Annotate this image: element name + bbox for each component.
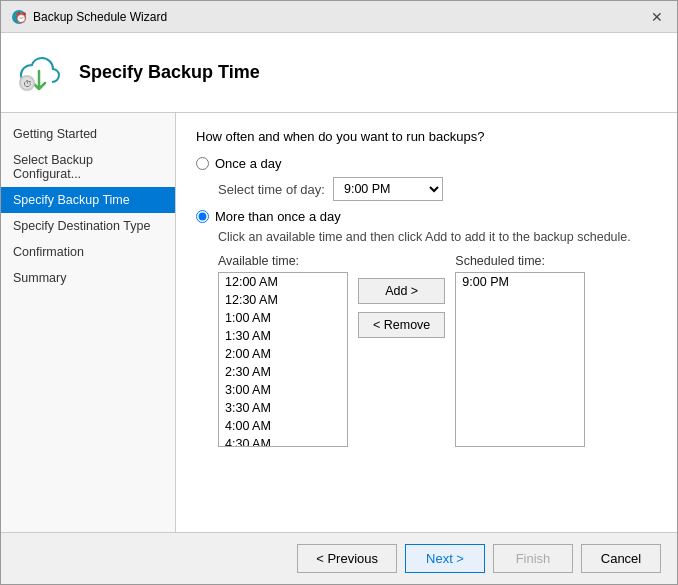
header-title: Specify Backup Time bbox=[79, 62, 260, 83]
sidebar-item[interactable]: Select Backup Configurat... bbox=[1, 147, 175, 187]
content-area: Getting StartedSelect Backup Configurat.… bbox=[1, 113, 677, 532]
once-radio[interactable] bbox=[196, 157, 209, 170]
sidebar-item[interactable]: Getting Started bbox=[1, 121, 175, 147]
finish-button[interactable]: Finish bbox=[493, 544, 573, 573]
title-bar: ⏰ Backup Schedule Wizard ✕ bbox=[1, 1, 677, 33]
previous-button[interactable]: < Previous bbox=[297, 544, 397, 573]
window-title: Backup Schedule Wizard bbox=[33, 10, 167, 24]
select-time-label: Select time of day: bbox=[218, 182, 325, 197]
once-label[interactable]: Once a day bbox=[215, 156, 282, 171]
question-text: How often and when do you want to run ba… bbox=[196, 129, 657, 144]
svg-text:⏰: ⏰ bbox=[15, 11, 27, 24]
scheduled-list[interactable]: 9:00 PM bbox=[455, 272, 585, 447]
transfer-buttons: Add > < Remove bbox=[358, 278, 445, 338]
time-select[interactable]: 9:00 PM bbox=[333, 177, 443, 201]
remove-button[interactable]: < Remove bbox=[358, 312, 445, 338]
sidebar-item[interactable]: Specify Backup Time bbox=[1, 187, 175, 213]
wizard-window: ⏰ Backup Schedule Wizard ✕ ⏱ Specify Bac… bbox=[0, 0, 678, 585]
add-button[interactable]: Add > bbox=[358, 278, 445, 304]
lists-area: Available time: 12:00 AM12:30 AM1:00 AM1… bbox=[218, 254, 657, 447]
cancel-button[interactable]: Cancel bbox=[581, 544, 661, 573]
list-item[interactable]: 2:00 AM bbox=[219, 345, 347, 363]
more-than-row: More than once a day bbox=[196, 209, 657, 224]
once-a-day-row: Once a day bbox=[196, 156, 657, 171]
sidebar-item[interactable]: Specify Destination Type bbox=[1, 213, 175, 239]
window-icon: ⏰ bbox=[11, 9, 27, 25]
available-label: Available time: bbox=[218, 254, 348, 268]
list-item[interactable]: 4:00 AM bbox=[219, 417, 347, 435]
header-area: ⏱ Specify Backup Time bbox=[1, 33, 677, 113]
list-item[interactable]: 4:30 AM bbox=[219, 435, 347, 447]
sidebar-item[interactable]: Confirmation bbox=[1, 239, 175, 265]
title-bar-left: ⏰ Backup Schedule Wizard bbox=[11, 9, 167, 25]
list-item[interactable]: 3:00 AM bbox=[219, 381, 347, 399]
footer: < Previous Next > Finish Cancel bbox=[1, 532, 677, 584]
list-item[interactable]: 9:00 PM bbox=[456, 273, 584, 291]
sidebar-item[interactable]: Summary bbox=[1, 265, 175, 291]
header-icon: ⏱ bbox=[17, 49, 65, 97]
scheduled-label: Scheduled time: bbox=[455, 254, 585, 268]
available-list[interactable]: 12:00 AM12:30 AM1:00 AM1:30 AM2:00 AM2:3… bbox=[218, 272, 348, 447]
list-item[interactable]: 1:30 AM bbox=[219, 327, 347, 345]
available-col: Available time: 12:00 AM12:30 AM1:00 AM1… bbox=[218, 254, 348, 447]
scheduled-col: Scheduled time: 9:00 PM bbox=[455, 254, 585, 447]
select-time-row: Select time of day: 9:00 PM bbox=[218, 177, 657, 201]
instruction-text: Click an available time and then click A… bbox=[218, 230, 657, 244]
more-than-radio[interactable] bbox=[196, 210, 209, 223]
next-button[interactable]: Next > bbox=[405, 544, 485, 573]
close-button[interactable]: ✕ bbox=[647, 7, 667, 27]
list-item[interactable]: 3:30 AM bbox=[219, 399, 347, 417]
more-than-label[interactable]: More than once a day bbox=[215, 209, 341, 224]
main-content: How often and when do you want to run ba… bbox=[176, 113, 677, 532]
list-item[interactable]: 1:00 AM bbox=[219, 309, 347, 327]
list-item[interactable]: 12:00 AM bbox=[219, 273, 347, 291]
list-item[interactable]: 12:30 AM bbox=[219, 291, 347, 309]
svg-text:⏱: ⏱ bbox=[23, 79, 32, 89]
list-item[interactable]: 2:30 AM bbox=[219, 363, 347, 381]
sidebar: Getting StartedSelect Backup Configurat.… bbox=[1, 113, 176, 532]
